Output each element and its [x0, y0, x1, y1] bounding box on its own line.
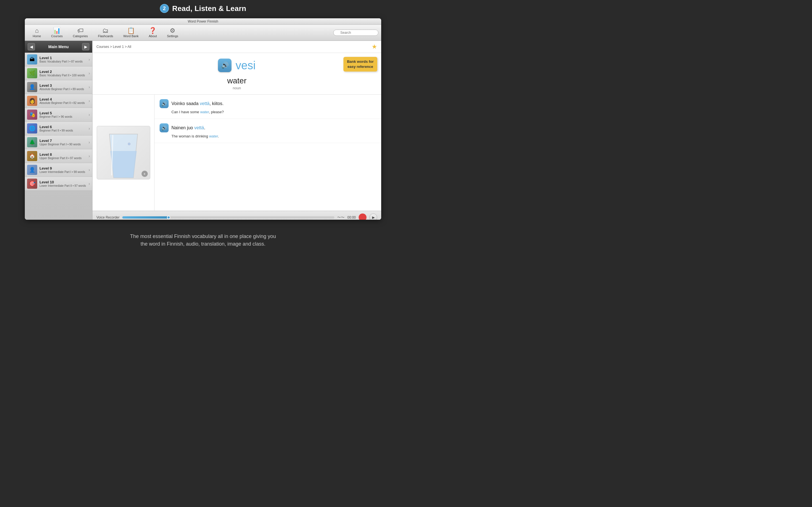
play-button[interactable]: ▶	[369, 214, 377, 220]
svg-marker-1	[110, 151, 137, 178]
sidebar-item-level-2[interactable]: 🌿 Level 2 Basic Vocabulary Part II • 100…	[25, 66, 92, 80]
record-button[interactable]	[359, 214, 366, 220]
level-thumb-7: 🌲	[27, 137, 37, 147]
breadcrumb: Courses > Level 1 > All	[96, 45, 369, 49]
level-name-1: Level 1	[40, 56, 86, 60]
sentence-fi-1: 🔊 Voinko saada vettä, kiitos.	[160, 99, 376, 108]
level-name-5: Level 5	[40, 111, 86, 115]
word-class: noun	[233, 86, 241, 90]
toolbar-flashcards[interactable]: 🗂 Flashcards	[93, 26, 118, 39]
sidebar-item-level-3[interactable]: 👤 Level 3 Absolute Beginner Part I • 89 …	[25, 80, 92, 94]
content-header: Courses > Level 1 > All ★	[93, 41, 381, 53]
level-thumb-5: 🎭	[27, 110, 37, 120]
audio-icon-1: 🔊	[161, 101, 167, 107]
toolbar-home[interactable]: ⌂ Home	[28, 26, 46, 39]
sentence-text-fi-2: Nainen juo vettä.	[171, 125, 205, 130]
favorite-button[interactable]: ★	[371, 43, 377, 50]
chevron-icon-8: ›	[89, 154, 90, 158]
flashcards-label: Flashcards	[98, 34, 113, 38]
voice-recorder-progress[interactable]	[122, 216, 335, 219]
level-desc-3: Absolute Beginner Part I • 89 words	[40, 88, 86, 91]
chevron-icon-4: ›	[89, 99, 90, 103]
courses-icon: 📊	[53, 27, 61, 34]
top-bar: 2 Read, Listen & Learn	[0, 0, 406, 16]
level-thumb-9: 👤	[27, 165, 37, 175]
level-thumb-6: 🌐	[27, 123, 37, 133]
app-body: ◀ Main Menu ▶ 🏔 Level 1 Basic Vocabulary…	[25, 41, 381, 220]
level-desc-4: Absolute Beginner Part II • 82 words	[40, 101, 86, 105]
bank-tooltip[interactable]: Bank words for easy reference	[343, 57, 377, 71]
toolbar-about[interactable]: ❓ About	[144, 26, 162, 39]
sentence-audio-button-2[interactable]: 🔊	[160, 123, 168, 132]
sidebar-item-level-7[interactable]: 🌲 Level 7 Upper Beginner Part I • 90 wor…	[25, 135, 92, 149]
chevron-icon-10: ›	[89, 181, 90, 186]
level-desc-5: Beginner Part I • 96 words	[40, 115, 86, 118]
english-word: water	[227, 76, 246, 86]
zoom-button[interactable]: +	[142, 171, 148, 177]
step-badge: 2	[160, 4, 169, 13]
courses-label: Courses	[51, 34, 63, 38]
app-window: Word Power Finnish ⌂ Home 📊 Courses 🏷 Ca…	[25, 18, 381, 220]
voice-recorder-fill	[122, 216, 169, 219]
chevron-icon-3: ›	[89, 85, 90, 89]
home-label: Home	[33, 34, 41, 38]
sidebar-item-level-4[interactable]: 👩 Level 4 Absolute Beginner Part II • 82…	[25, 94, 92, 108]
search-input[interactable]	[333, 30, 378, 36]
chevron-icon-6: ›	[89, 126, 90, 131]
level-name-7: Level 7	[40, 138, 86, 143]
sidebar-item-level-10[interactable]: 🎯 Level 10 Lower Intermediate Part II • …	[25, 177, 92, 191]
chevron-icon-7: ›	[89, 140, 90, 145]
flashcards-icon: 🗂	[102, 27, 109, 34]
toolbar: ⌂ Home 📊 Courses 🏷 Categories 🗂 Flashcar…	[25, 25, 381, 41]
sidebar-item-level-1[interactable]: 🏔 Level 1 Basic Vocabulary Part I • 87 w…	[25, 53, 92, 66]
main-content: Courses > Level 1 > All ★ 🔊 vesi water n…	[93, 41, 381, 220]
chevron-icon-2: ›	[89, 71, 90, 75]
level-name-2: Level 2	[40, 69, 86, 74]
svg-point-3	[128, 143, 130, 145]
voice-recorder-label: Voice Recorder	[96, 216, 119, 219]
sidebar-item-level-8[interactable]: 🏠 Level 8 Upper Beginner Part II • 97 wo…	[25, 149, 92, 163]
categories-label: Categories	[73, 34, 88, 38]
categories-icon: 🏷	[77, 27, 84, 34]
sentence-text-fi-1: Voinko saada vettä, kiitos.	[171, 101, 223, 106]
sentence-en-1: Can I have some water, please?	[171, 110, 376, 114]
toolbar-courses[interactable]: 📊 Courses	[46, 26, 68, 39]
sidebar-item-level-9[interactable]: 👤 Level 9 Lower Intermediate Part I • 98…	[25, 163, 92, 177]
level-name-4: Level 4	[40, 97, 86, 101]
level-name-8: Level 8	[40, 152, 86, 157]
level-desc-8: Upper Beginner Part II • 97 words	[40, 157, 86, 160]
level-thumb-10: 🎯	[27, 179, 37, 189]
sidebar: ◀ Main Menu ▶ 🏔 Level 1 Basic Vocabulary…	[25, 41, 93, 220]
sidebar-item-level-6[interactable]: 🌐 Level 6 Beginner Part II • 99 words ›	[25, 122, 92, 135]
top-title: Read, Listen & Learn	[172, 4, 246, 13]
level-name-9: Level 9	[40, 166, 86, 170]
chevron-icon-9: ›	[89, 168, 90, 172]
word-bank-label: Word Bank	[123, 34, 139, 38]
highlight-fi-2: vettä	[194, 125, 204, 130]
sentence-en-2: The woman is drinking water.	[171, 134, 376, 138]
level-desc-9: Lower Intermediate Part I • 98 words	[40, 170, 86, 173]
main-audio-button[interactable]: 🔊	[218, 59, 232, 72]
toolbar-word-bank[interactable]: 📋 Word Bank	[118, 26, 144, 39]
sidebar-title: Main Menu	[37, 45, 80, 49]
level-desc-1: Basic Vocabulary Part I • 87 words	[40, 60, 86, 63]
chevron-icon-1: ›	[89, 57, 90, 62]
word-bank-icon: 📋	[127, 27, 135, 34]
sentence-audio-button-1[interactable]: 🔊	[160, 99, 168, 108]
level-thumb-4: 👩	[27, 96, 37, 106]
voice-recorder: Voice Recorder 〜〜 00:00 ▶	[93, 211, 381, 220]
bottom-caption: The most essential Finnish vocabulary al…	[0, 233, 406, 248]
toolbar-settings[interactable]: ⚙ Settings	[162, 26, 183, 39]
sentence-item-2: 🔊 Nainen juo vettä. The woman is drinkin…	[154, 119, 381, 143]
highlight-en-2: water	[209, 134, 218, 138]
sentence-item-1: 🔊 Voinko saada vettä, kiitos. Can I have…	[154, 95, 381, 119]
about-label: About	[149, 34, 157, 38]
sentences-panel: 🔊 Voinko saada vettä, kiitos. Can I have…	[154, 95, 381, 211]
toolbar-categories[interactable]: 🏷 Categories	[68, 26, 93, 39]
sidebar-back-button[interactable]: ◀	[28, 43, 35, 50]
sidebar-item-level-5[interactable]: 🎭 Level 5 Beginner Part I • 96 words ›	[25, 108, 92, 122]
level-thumb-8: 🏠	[27, 151, 37, 161]
level-desc-6: Beginner Part II • 99 words	[40, 129, 86, 132]
settings-label: Settings	[167, 34, 178, 38]
sidebar-forward-button[interactable]: ▶	[82, 43, 89, 50]
